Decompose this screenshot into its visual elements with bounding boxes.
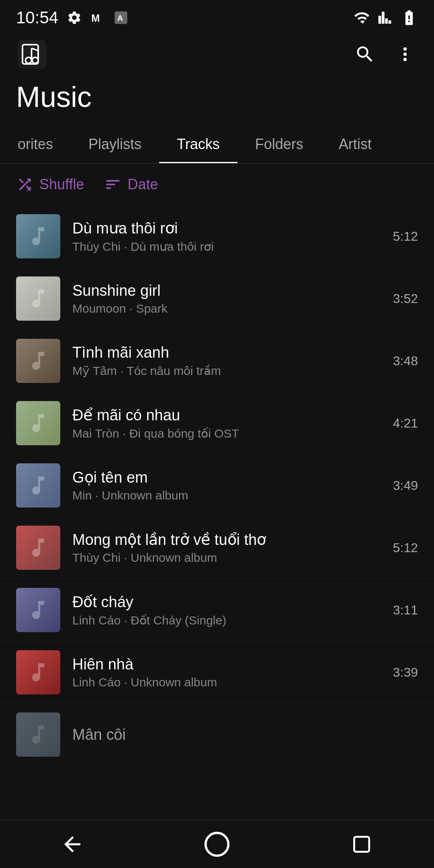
back-button[interactable]: [48, 828, 96, 860]
track-duration: 3:39: [393, 665, 418, 680]
svg-rect-12: [354, 837, 369, 852]
wifi-icon: [354, 9, 371, 27]
track-title: Dù mưa thôi rơi: [72, 219, 381, 237]
controls-row: Shuffle Date: [0, 164, 434, 205]
track-title: Sunshine girl: [72, 282, 381, 299]
track-duration: 3:48: [393, 354, 418, 368]
track-item[interactable]: Mân côi: [0, 704, 434, 766]
track-info: Tình mãi xanh Mỹ Tâm · Tóc nâu môi trầm: [72, 344, 381, 378]
gmail-icon: M: [89, 9, 106, 27]
shuffle-button[interactable]: Shuffle: [16, 176, 84, 193]
track-info: Gọi tên em Min · Unknown album: [72, 469, 381, 502]
svg-text:A: A: [117, 13, 123, 23]
track-item[interactable]: Gọi tên em Min · Unknown album 3:49: [0, 454, 434, 517]
track-duration: 5:12: [393, 540, 418, 555]
track-list: Dù mưa thôi rơi Thùy Chi · Dù mưa thôi r…: [0, 205, 434, 766]
track-subtitle: Thùy Chi · Dù mưa thôi rơi: [72, 240, 381, 254]
status-left: 10:54 M A: [16, 8, 130, 27]
recent-apps-button[interactable]: [338, 828, 386, 860]
status-time: 10:54: [16, 8, 58, 27]
track-subtitle: Linh Cáo · Đốt Cháy (Single): [72, 613, 381, 627]
track-thumbnail: [16, 401, 60, 445]
track-duration: 5:12: [393, 229, 418, 244]
track-title: Mân côi: [72, 726, 418, 743]
nav-bar: [0, 820, 434, 868]
signal-icon: [377, 9, 395, 27]
tab-folders[interactable]: Folders: [237, 125, 321, 163]
tab-favorites[interactable]: orites: [0, 125, 71, 163]
track-thumbnail: [16, 214, 60, 258]
app-logo[interactable]: [16, 38, 48, 70]
track-duration: 3:52: [393, 291, 418, 306]
a-icon: A: [112, 9, 130, 27]
tab-artists[interactable]: Artist: [321, 125, 389, 163]
track-info: Mong một lần trở về tuổi thơ Thùy Chi · …: [72, 531, 381, 565]
track-item[interactable]: Tình mãi xanh Mỹ Tâm · Tóc nâu môi trầm …: [0, 330, 434, 392]
track-thumbnail: [16, 650, 60, 694]
track-subtitle: Thùy Chi · Unknown album: [72, 551, 381, 565]
track-item[interactable]: Hiên nhà Linh Cáo · Unknown album 3:39: [0, 641, 434, 704]
svg-text:M: M: [91, 12, 100, 24]
track-info: Để mãi có nhau Mai Tròn · Đi qua bóng tố…: [72, 406, 381, 440]
track-info: Dù mưa thôi rơi Thùy Chi · Dù mưa thôi r…: [72, 219, 381, 254]
tabs-container: orites Playlists Tracks Folders Artist: [0, 125, 434, 164]
track-title: Tình mãi xanh: [72, 344, 381, 361]
home-button[interactable]: [193, 828, 241, 860]
battery-icon: [400, 9, 418, 27]
track-title: Mong một lần trở về tuổi thơ: [72, 531, 381, 549]
svg-point-11: [206, 833, 229, 856]
track-thumbnail: [16, 712, 60, 757]
date-sort-button[interactable]: Date: [104, 176, 158, 193]
track-duration: 3:49: [393, 478, 418, 493]
track-info: Mân côi: [72, 726, 418, 743]
track-subtitle: Moumoon · Spark: [72, 302, 381, 315]
track-info: Đốt cháy Linh Cáo · Đốt Cháy (Single): [72, 593, 381, 627]
track-item[interactable]: Để mãi có nhau Mai Tròn · Đi qua bóng tố…: [0, 392, 434, 454]
track-item[interactable]: Mong một lần trở về tuổi thơ Thùy Chi · …: [0, 517, 434, 579]
page-title: Music: [0, 72, 434, 125]
track-duration: 3:11: [393, 603, 418, 618]
track-item[interactable]: Đốt cháy Linh Cáo · Đốt Cháy (Single) 3:…: [0, 579, 434, 641]
tab-playlists[interactable]: Playlists: [71, 125, 159, 163]
tab-tracks[interactable]: Tracks: [159, 125, 237, 163]
status-bar: 10:54 M A: [0, 0, 434, 32]
track-thumbnail: [16, 588, 60, 632]
track-item[interactable]: Sunshine girl Moumoon · Spark 3:52: [0, 268, 434, 330]
track-info: Hiên nhà Linh Cáo · Unknown album: [72, 656, 381, 689]
track-thumbnail: [16, 339, 60, 383]
track-thumbnail: [16, 276, 60, 321]
top-actions: [352, 41, 418, 67]
track-subtitle: Min · Unknown album: [72, 489, 381, 502]
shuffle-label: Shuffle: [39, 176, 84, 193]
track-thumbnail: [16, 463, 60, 508]
status-icons-right: [354, 9, 418, 27]
track-title: Hiên nhà: [72, 656, 381, 673]
search-button[interactable]: [352, 41, 378, 67]
track-duration: 4:21: [393, 416, 418, 431]
track-thumbnail: [16, 526, 60, 570]
date-label: Date: [127, 176, 158, 193]
track-subtitle: Mai Tròn · Đi qua bóng tối OST: [72, 426, 381, 440]
top-bar: [0, 32, 434, 72]
track-subtitle: Mỹ Tâm · Tóc nâu môi trầm: [72, 364, 381, 378]
gear-icon: [66, 9, 83, 27]
track-title: Để mãi có nhau: [72, 406, 381, 424]
more-options-button[interactable]: [392, 41, 418, 67]
status-icons-left: M A: [66, 9, 130, 27]
track-subtitle: Linh Cáo · Unknown album: [72, 676, 381, 689]
track-title: Gọi tên em: [72, 469, 381, 486]
track-item[interactable]: Dù mưa thôi rơi Thùy Chi · Dù mưa thôi r…: [0, 205, 434, 268]
track-title: Đốt cháy: [72, 593, 381, 611]
track-info: Sunshine girl Moumoon · Spark: [72, 282, 381, 315]
